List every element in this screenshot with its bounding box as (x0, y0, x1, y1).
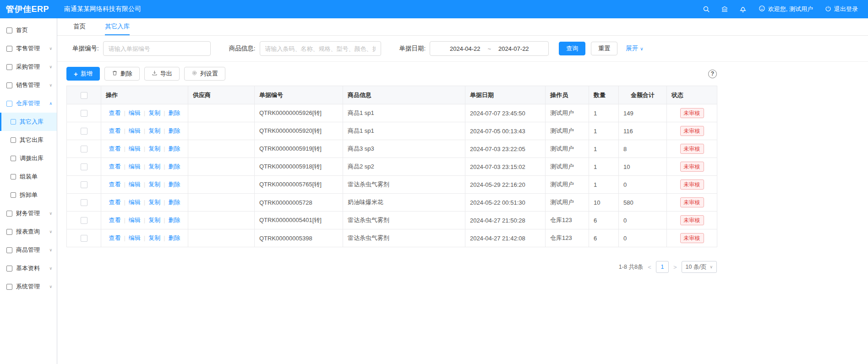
copy-link[interactable]: 复制 (148, 145, 168, 152)
copy-link[interactable]: 复制 (148, 181, 168, 188)
sidebar-item-home[interactable]: 首页 (0, 21, 57, 39)
sidebar-item-disassembly[interactable]: 拆卸单 (0, 186, 57, 204)
supplier-cell (188, 104, 255, 122)
table-row: 查看编辑复制删除 QTRK00000005920[转] 商品1 sp1 2024… (67, 122, 717, 140)
copy-link[interactable]: 复制 (148, 109, 168, 116)
sidebar-item-purchase[interactable]: 采购管理 ∨ (0, 58, 57, 76)
delete-link[interactable]: 删除 (169, 217, 180, 223)
edit-link[interactable]: 编辑 (129, 127, 148, 134)
copy-link[interactable]: 复制 (148, 199, 168, 206)
expand-toggle[interactable]: 展开 ∨ (626, 44, 643, 53)
status-badge: 未审核 (680, 126, 704, 136)
edit-link[interactable]: 编辑 (129, 181, 148, 188)
row-checkbox[interactable] (81, 181, 87, 188)
row-checkbox[interactable] (81, 199, 87, 206)
bell-icon[interactable] (739, 5, 747, 13)
purchase-icon (6, 64, 12, 70)
sidebar-item-retail[interactable]: 零售管理 ∨ (0, 39, 57, 58)
delete-link[interactable]: 删除 (169, 109, 180, 116)
sidebar-item-warehouse[interactable]: 仓库管理 ∧ (0, 94, 57, 113)
view-link[interactable]: 查看 (109, 217, 128, 223)
sidebar-item-reports[interactable]: 报表查询 ∨ (0, 223, 57, 241)
date-range-picker[interactable]: 2024-04-22 ~ 2024-07-22 (430, 41, 549, 56)
system-icon (6, 284, 12, 290)
delete-link[interactable]: 删除 (169, 163, 180, 170)
column-header: 单据编号 (255, 86, 343, 104)
edit-link[interactable]: 编辑 (129, 199, 148, 206)
row-checkbox[interactable] (81, 128, 87, 135)
delete-link[interactable]: 删除 (169, 199, 180, 206)
search-icon[interactable] (703, 5, 710, 13)
delete-link[interactable]: 删除 (169, 145, 180, 152)
column-settings-button[interactable]: 列设置 (184, 67, 225, 81)
sidebar-item-goods[interactable]: 商品管理 ∨ (0, 241, 57, 259)
edit-link[interactable]: 编辑 (129, 234, 148, 241)
select-all-checkbox[interactable] (81, 92, 87, 99)
page-number-button[interactable]: 1 (656, 261, 669, 273)
sidebar-item-label: 首页 (16, 26, 28, 34)
operator-cell: 测试用户 (546, 194, 589, 212)
next-page-button[interactable]: > (673, 264, 677, 271)
sidebar-item-other-outbound[interactable]: 其它出库 (0, 131, 57, 149)
view-link[interactable]: 查看 (109, 199, 128, 206)
copy-link[interactable]: 复制 (148, 217, 168, 223)
sidebar-item-basedata[interactable]: 基本资料 ∨ (0, 259, 57, 277)
edit-link[interactable]: 编辑 (129, 163, 148, 170)
delete-link[interactable]: 删除 (169, 234, 180, 241)
row-checkbox[interactable] (81, 146, 87, 152)
copy-link[interactable]: 复制 (148, 234, 168, 241)
delete-link[interactable]: 删除 (169, 181, 180, 188)
row-checkbox[interactable] (81, 217, 87, 224)
sidebar-item-label: 其它入库 (20, 118, 44, 126)
view-link[interactable]: 查看 (109, 127, 128, 134)
copy-link[interactable]: 复制 (148, 163, 168, 170)
app-body: 首页 零售管理 ∨ 采购管理 ∨ 销售管理 ∨ (0, 18, 868, 364)
page-size-select[interactable]: 10 条/页 ∨ (682, 261, 717, 273)
trash-icon (112, 70, 118, 77)
edit-link[interactable]: 编辑 (129, 145, 148, 152)
home-icon (6, 27, 12, 33)
status-badge: 未审核 (680, 197, 704, 207)
supplier-cell (188, 212, 255, 229)
view-link[interactable]: 查看 (109, 145, 128, 152)
product-cell: 雷达杀虫气雾剂 (343, 212, 465, 229)
user-menu[interactable]: 欢迎您, 测试用户 (759, 5, 813, 13)
row-actions: 查看编辑复制删除 (109, 109, 180, 116)
add-button[interactable]: + 新增 (66, 67, 100, 81)
goods-icon (6, 247, 12, 253)
row-checkbox[interactable] (81, 235, 87, 242)
view-link[interactable]: 查看 (109, 181, 128, 188)
prev-page-button[interactable]: < (648, 264, 651, 271)
edit-link[interactable]: 编辑 (129, 217, 148, 223)
view-link[interactable]: 查看 (109, 163, 128, 170)
building-icon[interactable] (721, 5, 728, 13)
pagination: 1-8 共8条 < 1 > 10 条/页 ∨ (66, 261, 717, 273)
logout-button[interactable]: 退出登录 (825, 5, 858, 13)
product-info-input[interactable] (260, 41, 381, 56)
sidebar-item-system[interactable]: 系统管理 ∨ (0, 277, 57, 296)
help-icon[interactable]: ? (708, 70, 717, 78)
view-link[interactable]: 查看 (109, 234, 128, 241)
edit-link[interactable]: 编辑 (129, 109, 148, 116)
reset-button[interactable]: 重置 (591, 42, 617, 55)
row-checkbox[interactable] (81, 110, 87, 117)
date-cell: 2024-07-03 23:22:05 (465, 140, 546, 158)
export-button[interactable]: 导出 (144, 67, 180, 81)
search-button[interactable]: 查询 (559, 42, 585, 55)
delete-link[interactable]: 删除 (169, 127, 180, 134)
order-no-input[interactable] (103, 41, 211, 56)
sidebar-item-finance[interactable]: 财务管理 ∨ (0, 204, 57, 223)
tab-home[interactable]: 首页 (73, 18, 86, 35)
view-link[interactable]: 查看 (109, 109, 128, 116)
tab-other-inbound[interactable]: 其它入库 (105, 18, 130, 35)
sidebar-item-transfer-out[interactable]: 调拨出库 (0, 149, 57, 168)
row-checkbox[interactable] (81, 163, 87, 170)
copy-link[interactable]: 复制 (148, 127, 168, 134)
status-badge: 未审核 (680, 179, 704, 190)
sidebar-item-assembly[interactable]: 组装单 (0, 168, 57, 186)
sidebar-item-sales[interactable]: 销售管理 ∨ (0, 76, 57, 94)
delete-button[interactable]: 删除 (104, 67, 140, 81)
column-header: 数量 (589, 86, 619, 104)
sidebar-item-other-inbound[interactable]: 其它入库 (0, 113, 57, 131)
column-settings-label: 列设置 (200, 70, 218, 78)
